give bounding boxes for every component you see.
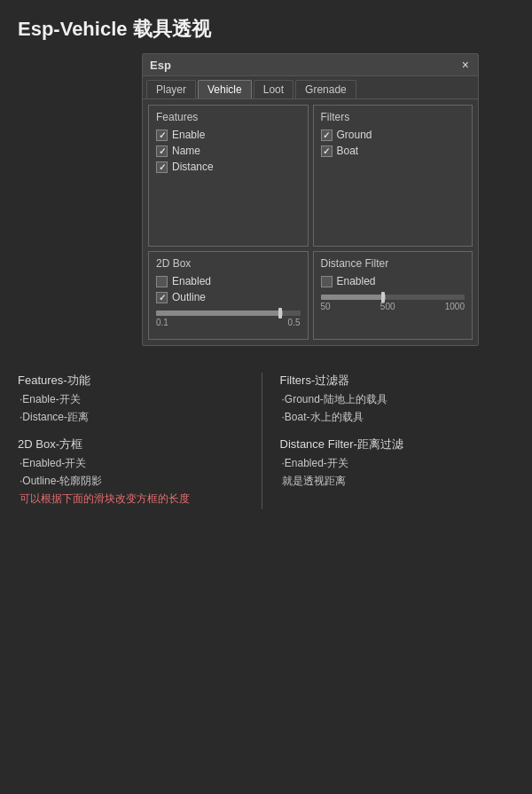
box2d-slider-thumb[interactable] — [278, 308, 282, 318]
lower-left-item-enabled: ·Enabled-开关 — [18, 456, 253, 471]
tab-player[interactable]: Player — [146, 80, 196, 98]
box2d-slider-min: 0.1 — [156, 318, 168, 327]
lower-right-item-dist-desc: 就是透视距离 — [280, 474, 515, 489]
dist-enabled-label: Enabled — [337, 275, 376, 287]
name-checkbox[interactable]: ✓ — [156, 145, 168, 157]
tab-bar: Player Vehicle Loot Grenade — [143, 76, 478, 99]
boat-row: ✓ Boat — [321, 145, 466, 157]
dist-enabled-row: ✓ Enabled — [321, 275, 466, 287]
bottom-panels-row: 2D Box ✓ Enabled ✓ Outline — [148, 251, 473, 340]
boat-checkmark: ✓ — [323, 146, 330, 156]
features-panel: Features ✓ Enable ✓ Name — [148, 105, 309, 247]
lower-right-item-boat: ·Boat-水上的载具 — [280, 410, 515, 425]
distance-row: ✓ Distance — [156, 161, 301, 173]
outline-label: Outline — [172, 291, 206, 303]
dist-slider-container: 50 500 1000 — [321, 295, 466, 311]
filters-panel-title: Filters — [321, 111, 466, 123]
enable-checkmark: ✓ — [159, 130, 166, 140]
ground-row: ✓ Ground — [321, 129, 466, 141]
dialog-wrapper: Esp × Player Vehicle Loot Grenade Featur… — [0, 53, 532, 364]
top-panels-row: Features ✓ Enable ✓ Name — [148, 105, 473, 247]
dist-slider-label-1000: 1000 — [445, 302, 465, 311]
dialog: Esp × Player Vehicle Loot Grenade Featur… — [142, 53, 479, 346]
filters-panel: Filters ✓ Ground ✓ Boat — [313, 105, 473, 247]
tab-vehicle[interactable]: Vehicle — [198, 80, 252, 98]
lower-left: Features-功能 ·Enable-开关 ·Distance-距离 2D B… — [18, 373, 262, 509]
boat-checkbox[interactable]: ✓ — [321, 145, 332, 157]
dist-slider-fill — [321, 295, 386, 300]
ground-label: Ground — [337, 129, 372, 141]
page-title: Esp-Vehicle 载具透视 — [0, 0, 532, 53]
dist-slider-track[interactable] — [321, 295, 466, 300]
box2d-slider-max: 0.5 — [288, 318, 301, 327]
close-button[interactable]: × — [460, 58, 471, 72]
box2d-enabled-label: Enabled — [172, 275, 211, 287]
box2d-panel: 2D Box ✓ Enabled ✓ Outline — [148, 251, 309, 340]
distance-filter-panel-title: Distance Filter — [321, 257, 466, 270]
lower-left-title1: Features-功能 — [18, 373, 253, 389]
distance-label: Distance — [172, 161, 214, 173]
lower-right-item-enabled: ·Enabled-开关 — [280, 456, 515, 471]
box2d-slider-container: 0.1 0.5 — [156, 311, 301, 327]
box2d-slider-fill — [156, 311, 283, 316]
lower-right-title1: Filters-过滤器 — [280, 373, 515, 389]
dist-slider-thumb[interactable] — [381, 292, 385, 303]
dist-slider-labels: 50 500 1000 — [321, 302, 466, 311]
name-checkmark: ✓ — [159, 146, 166, 156]
box2d-enabled-row: ✓ Enabled — [156, 275, 301, 287]
features-panel-title: Features — [156, 111, 301, 123]
distance-filter-panel: Distance Filter ✓ Enabled — [313, 251, 473, 340]
lower-right-item-ground: ·Ground-陆地上的载具 — [280, 392, 515, 407]
ground-checkmark: ✓ — [323, 130, 330, 140]
dialog-title: Esp — [150, 59, 171, 72]
lower-left-item-slider-desc: 可以根据下面的滑块改变方框的长度 — [18, 491, 253, 507]
dist-slider-label-500: 500 — [380, 302, 395, 311]
dialog-body: Features ✓ Enable ✓ Name — [143, 99, 478, 345]
distance-checkbox[interactable]: ✓ — [156, 161, 168, 173]
outline-row: ✓ Outline — [156, 291, 301, 303]
box2d-slider-track[interactable] — [156, 311, 301, 316]
box2d-slider-labels: 0.1 0.5 — [156, 318, 301, 327]
distance-checkmark: ✓ — [159, 162, 166, 172]
enable-row: ✓ Enable — [156, 129, 301, 141]
box2d-panel-title: 2D Box — [156, 257, 301, 270]
lower-right: Filters-过滤器 ·Ground-陆地上的载具 ·Boat-水上的载具 D… — [262, 373, 515, 509]
enable-checkbox[interactable]: ✓ — [156, 130, 168, 141]
boat-label: Boat — [337, 145, 359, 157]
name-row: ✓ Name — [156, 145, 301, 157]
lower-left-item-outline: ·Outline-轮廓阴影 — [18, 474, 253, 489]
outline-checkmark: ✓ — [159, 293, 166, 303]
name-label: Name — [172, 145, 200, 157]
lower-left-item-enable: ·Enable-开关 — [18, 392, 253, 407]
ground-checkbox[interactable]: ✓ — [321, 130, 332, 141]
lower-right-title2: Distance Filter-距离过滤 — [280, 436, 515, 452]
tab-loot[interactable]: Loot — [254, 80, 293, 98]
lower-left-item-distance: ·Distance-距离 — [18, 410, 253, 425]
lower-left-title2: 2D Box-方框 — [18, 436, 253, 452]
dialog-titlebar: Esp × — [143, 54, 478, 76]
enable-label: Enable — [172, 129, 205, 141]
box2d-enabled-checkbox[interactable]: ✓ — [156, 276, 168, 287]
dist-slider-label-50: 50 — [321, 302, 331, 311]
dist-enabled-checkbox[interactable]: ✓ — [321, 276, 332, 287]
tab-grenade[interactable]: Grenade — [295, 80, 356, 98]
outline-checkbox[interactable]: ✓ — [156, 292, 168, 303]
lower-section: Features-功能 ·Enable-开关 ·Distance-距离 2D B… — [0, 364, 532, 527]
